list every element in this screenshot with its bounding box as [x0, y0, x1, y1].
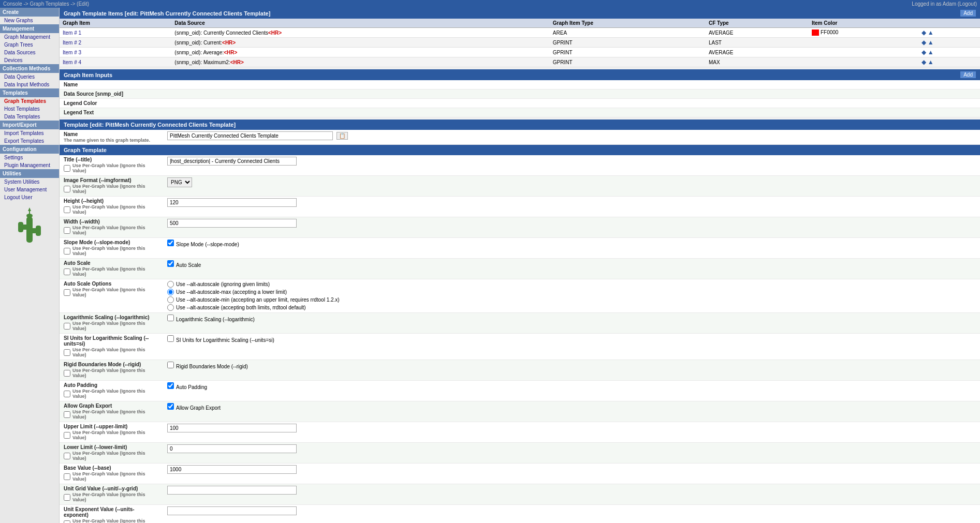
sidebar-item-data-input-methods[interactable]: Data Input Methods: [0, 81, 59, 88]
rigid-boundaries-field-label: Rigid Boundaries Mode (--rigid): [167, 364, 248, 369]
per-graph-checkbox-label-0: Use Per-Graph Value (Ignore this Value): [64, 163, 159, 173]
input-field-row-1: Data Source [snmp_oid]: [60, 89, 980, 99]
logarithmic-field-label: Logarithmic Scaling (--logarithmic): [167, 317, 255, 322]
per-graph-checkbox-label-11: Use Per-Graph Value (Ignore this Value): [64, 409, 159, 420]
sidebar-item-devices[interactable]: Devices: [0, 56, 59, 64]
si-units-field[interactable]: [167, 335, 174, 342]
radio-input-1[interactable]: [167, 289, 174, 295]
radio-input-0[interactable]: [167, 281, 174, 288]
sidebar-item-data-sources[interactable]: Data Sources: [0, 49, 59, 56]
height-field[interactable]: [167, 198, 297, 207]
item-move-up-icon[interactable]: ▲: [928, 39, 934, 46]
per-graph-checkbox-14[interactable]: [64, 473, 70, 480]
item-edit-icon[interactable]: ◆: [922, 58, 926, 66]
template-name-value-cell: 📋: [163, 130, 980, 145]
slope-mode-field[interactable]: [167, 240, 174, 246]
rigid-boundaries-field[interactable]: [167, 362, 174, 368]
field-label-8: SI Units for Logarithmic Scaling (--unit…: [60, 334, 163, 360]
field-label-4: Slope Mode (--slope-mode) Use Per-Graph …: [60, 238, 163, 259]
imgformat-field[interactable]: PNGGIFSVG: [167, 177, 192, 187]
template-name-icon-button[interactable]: 📋: [337, 132, 348, 140]
title-field[interactable]: [167, 157, 297, 166]
item-edit-icon[interactable]: ◆: [922, 39, 926, 46]
item-link[interactable]: Item # 2: [63, 40, 81, 46]
graph-field-row-4: Slope Mode (--slope-mode) Use Per-Graph …: [60, 238, 980, 259]
sidebar-item-import-templates[interactable]: Import Templates: [0, 129, 59, 137]
template-name-input[interactable]: [167, 131, 333, 140]
item-move-up-icon[interactable]: ▲: [928, 49, 934, 56]
auto-scale-field[interactable]: [167, 260, 174, 267]
graph-field-row-8: SI Units for Logarithmic Scaling (--unit…: [60, 334, 980, 360]
sidebar-header-collection-methods: Collection Methods: [0, 64, 59, 73]
field-label-9: Rigid Boundaries Mode (--rigid) Use Per-…: [60, 360, 163, 381]
graph-item-inputs-add-button[interactable]: Add: [960, 71, 976, 78]
sidebar-item-plugin-management[interactable]: Plugin Management: [0, 161, 59, 169]
per-graph-checkbox-2[interactable]: [64, 206, 70, 213]
field-control-7: Logarithmic Scaling (--logarithmic): [163, 313, 980, 334]
item-row-actions: ◆ ▲: [918, 57, 980, 67]
sidebar-item-host-templates[interactable]: Host Templates: [0, 105, 59, 113]
per-graph-checkbox-11[interactable]: [64, 411, 70, 418]
item-edit-icon[interactable]: ◆: [922, 29, 926, 36]
graph-item-inputs-header: Graph Item Inputs Add: [60, 69, 980, 80]
logarithmic-field[interactable]: [167, 315, 174, 321]
radio-group: Use --alt-autoscale (ignoring given limi…: [167, 281, 976, 311]
per-graph-checkbox-13[interactable]: [64, 453, 70, 459]
sidebar-item-logout-user[interactable]: Logout User: [0, 193, 59, 201]
unit-grid-value-field[interactable]: [167, 486, 297, 495]
per-graph-checkbox-12[interactable]: [64, 432, 70, 439]
per-graph-checkbox-0[interactable]: [64, 165, 70, 172]
allow-graph-export-field[interactable]: [167, 403, 174, 410]
radio-input-3[interactable]: [167, 304, 174, 311]
graph-field-row-15: Unit Grid Value (--unit/--y-grid) Use Pe…: [60, 484, 980, 505]
item-link[interactable]: Item # 3: [63, 50, 81, 55]
sidebar-item-graph-trees[interactable]: Graph Trees: [0, 41, 59, 49]
base-value-field[interactable]: [167, 465, 297, 474]
item-move-up-icon[interactable]: ▲: [928, 29, 934, 36]
sidebar-item-graph-templates[interactable]: Graph Templates: [0, 97, 59, 105]
sidebar-item-settings[interactable]: Settings: [0, 154, 59, 161]
radio-input-2[interactable]: [167, 296, 174, 303]
field-control-1: PNGGIFSVG: [163, 176, 980, 197]
cactus-icon: [14, 206, 45, 248]
sidebar-item-system-utilities[interactable]: System Utilities: [0, 178, 59, 186]
unit-exponent-value-field[interactable]: [167, 506, 297, 515]
si-units-field-label: SI Units for Logarithmic Scaling (--unit…: [167, 337, 274, 343]
item-row-actions: ◆ ▲: [918, 38, 980, 48]
sidebar-item-data-templates[interactable]: Data Templates: [0, 113, 59, 121]
field-control-10: Auto Padding: [163, 381, 980, 401]
item-edit-icon[interactable]: ◆: [922, 49, 926, 56]
per-graph-checkbox-1[interactable]: [64, 186, 70, 192]
field-label-7: Logarithmic Scaling (--logarithmic) Use …: [60, 313, 163, 334]
per-graph-checkbox-16[interactable]: [64, 520, 70, 524]
field-control-2: [163, 197, 980, 217]
auto-padding-field[interactable]: [167, 382, 174, 389]
upper-limit-field[interactable]: [167, 424, 297, 432]
per-graph-checkbox-4[interactable]: [64, 248, 70, 255]
graph-template-items-add-button[interactable]: Add: [960, 10, 976, 17]
item-link[interactable]: Item # 1: [63, 30, 81, 36]
width-field[interactable]: [167, 219, 297, 228]
sidebar-item-new-graphs[interactable]: New Graphs: [0, 17, 59, 24]
per-graph-checkbox-7[interactable]: [64, 323, 70, 330]
per-graph-checkbox-6[interactable]: [64, 289, 70, 296]
field-control-9: Rigid Boundaries Mode (--rigid): [163, 360, 980, 381]
per-graph-checkbox-3[interactable]: [64, 227, 70, 234]
per-graph-checkbox-8[interactable]: [64, 349, 70, 356]
per-graph-checkbox-9[interactable]: [64, 370, 70, 377]
sidebar-item-export-templates[interactable]: Export Templates: [0, 137, 59, 145]
field-control-6: Use --alt-autoscale (ignoring given limi…: [163, 279, 980, 313]
item-move-up-icon[interactable]: ▲: [928, 58, 934, 66]
sidebar-item-data-queries[interactable]: Data Queries: [0, 73, 59, 81]
per-graph-checkbox-10[interactable]: [64, 391, 70, 397]
item-data-source: (snmp_oid): Average:<HR>: [171, 48, 549, 57]
sidebar-item-graph-management[interactable]: Graph Management: [0, 33, 59, 41]
lower-limit-field[interactable]: [167, 444, 297, 453]
per-graph-checkbox-15[interactable]: [64, 494, 70, 501]
graph-field-row-10: Auto Padding Use Per-Graph Value (Ignore…: [60, 381, 980, 401]
item-cf-type: LAST: [706, 38, 809, 48]
sidebar-item-user-management[interactable]: User Management: [0, 186, 59, 193]
per-graph-checkbox-5[interactable]: [64, 268, 70, 275]
breadcrumb: Console -> Graph Templates -> (Edit): [3, 1, 89, 7]
item-link[interactable]: Item # 4: [63, 59, 81, 65]
